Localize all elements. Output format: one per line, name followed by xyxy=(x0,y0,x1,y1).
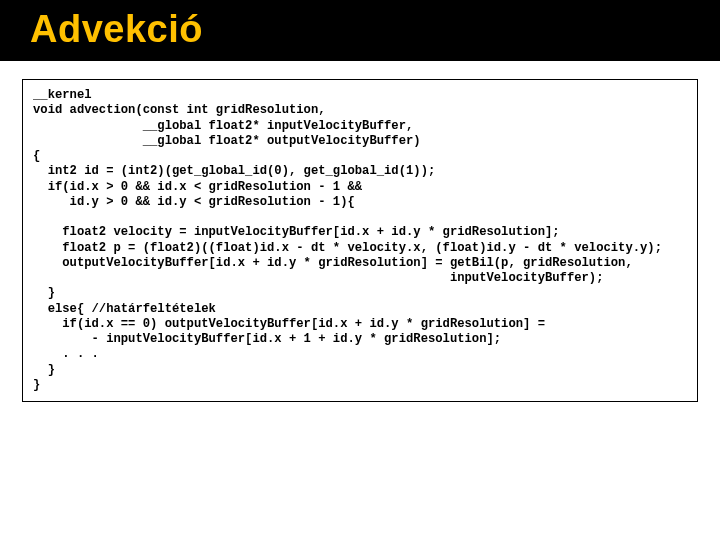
content-area: __kernel void advection(const int gridRe… xyxy=(0,61,720,402)
slide-title: Advekció xyxy=(30,8,690,51)
code-block: __kernel void advection(const int gridRe… xyxy=(22,79,698,402)
title-band: Advekció xyxy=(0,0,720,61)
